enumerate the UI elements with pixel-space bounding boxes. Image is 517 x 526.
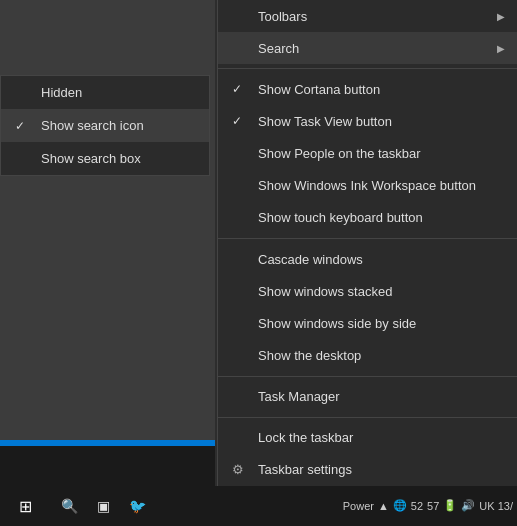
menu-item-side-by-side[interactable]: Show windows side by side [218,307,517,339]
taskbar-task-view-icon[interactable]: ▣ [88,491,118,521]
taskbar-right-area: Power ▲ 🌐 52 57 🔋 🔊 UK 13/ [343,499,517,513]
search-item-label-show-search-box: Show search box [41,151,193,166]
taskbar-volume-icon: 🔊 [461,499,475,512]
menu-item-label-toolbars: Toolbars [258,9,501,24]
search-submenu: Hidden✓Show search iconShow search box [0,75,210,176]
menu-item-toolbars[interactable]: Toolbars [218,0,517,32]
check-icon: ✓ [15,119,25,133]
background-area [0,0,215,486]
menu-item-show-ink[interactable]: Show Windows Ink Workspace button [218,170,517,202]
menu-item-label-show-ink: Show Windows Ink Workspace button [258,178,501,193]
search-item-show-search-box[interactable]: Show search box [1,142,209,175]
search-item-label-show-search-icon: Show search icon [41,118,193,133]
search-item-hidden[interactable]: Hidden [1,76,209,109]
menu-item-label-lock-taskbar: Lock the taskbar [258,430,501,445]
taskbar-search-icon[interactable]: 🔍 [54,491,84,521]
menu-divider [218,68,517,69]
taskbar-twitter-icon[interactable]: 🐦 [122,491,152,521]
menu-item-label-show-desktop: Show the desktop [258,348,501,363]
menu-item-label-taskbar-settings: Taskbar settings [258,462,501,477]
taskbar-icons: 🔍 ▣ 🐦 [50,491,156,521]
menu-item-label-stacked: Show windows stacked [258,284,501,299]
menu-item-search[interactable]: Search [218,32,517,64]
bg-taskbar-portion [0,446,215,486]
menu-item-lock-taskbar[interactable]: Lock the taskbar [218,422,517,454]
menu-divider [218,376,517,377]
menu-item-show-people[interactable]: Show People on the taskbar [218,138,517,170]
taskbar-clock[interactable]: UK 13/ [479,499,513,513]
menu-item-label-cascade: Cascade windows [258,252,501,267]
menu-divider [218,238,517,239]
taskbar: ⊞ 🔍 ▣ 🐦 Power ▲ 🌐 52 57 🔋 🔊 UK 13/ [0,486,517,526]
menu-item-task-manager[interactable]: Task Manager [218,381,517,413]
check-icon: ✓ [232,114,242,128]
menu-item-taskbar-settings[interactable]: ⚙Taskbar settings [218,454,517,486]
menu-item-stacked[interactable]: Show windows stacked [218,275,517,307]
search-item-label-hidden: Hidden [41,85,193,100]
taskbar-num1: 52 [411,500,423,512]
menu-item-show-task-view[interactable]: ✓Show Task View button [218,105,517,137]
start-button[interactable]: ⊞ [0,486,50,526]
menu-item-label-side-by-side: Show windows side by side [258,316,501,331]
menu-item-show-touch[interactable]: Show touch keyboard button [218,202,517,234]
menu-item-label-show-task-view: Show Task View button [258,114,501,129]
menu-item-label-search: Search [258,41,501,56]
taskbar-power-label: Power [343,500,374,512]
menu-divider [218,417,517,418]
menu-item-label-task-manager: Task Manager [258,389,501,404]
search-item-show-search-icon[interactable]: ✓Show search icon [1,109,209,142]
check-icon: ✓ [232,82,242,96]
taskbar-network-icon: 🌐 [393,499,407,512]
taskbar-up-arrow[interactable]: ▲ [378,500,389,512]
menu-item-cascade[interactable]: Cascade windows [218,243,517,275]
taskbar-num2: 57 [427,500,439,512]
menu-item-label-show-touch: Show touch keyboard button [258,210,501,225]
gear-icon: ⚙ [232,462,244,477]
menu-item-show-cortana[interactable]: ✓Show Cortana button [218,73,517,105]
taskbar-battery-icon: 🔋 [443,499,457,512]
menu-item-show-desktop[interactable]: Show the desktop [218,339,517,371]
menu-item-label-show-cortana: Show Cortana button [258,82,501,97]
main-context-menu: ToolbarsSearch✓Show Cortana button✓Show … [217,0,517,486]
menu-item-label-show-people: Show People on the taskbar [258,146,501,161]
